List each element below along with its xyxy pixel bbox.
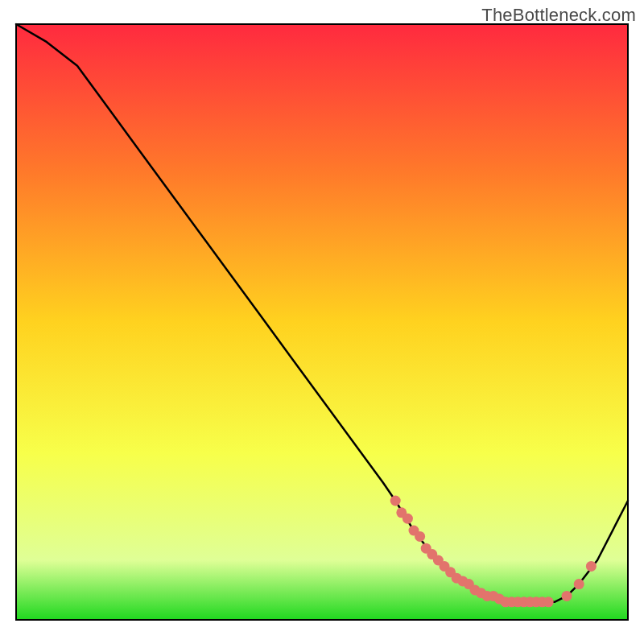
marker-dot (390, 496, 401, 506)
bottleneck-chart (0, 0, 644, 644)
marker-dot (574, 579, 584, 589)
marker-dot (415, 531, 425, 542)
marker-dot (562, 591, 572, 601)
marker-dot (586, 561, 597, 572)
plot-background (16, 24, 628, 620)
marker-dot (543, 597, 554, 607)
chart-container: TheBottleneck.com (0, 0, 644, 644)
watermark-text: TheBottleneck.com (481, 5, 636, 26)
marker-dot (402, 514, 413, 524)
